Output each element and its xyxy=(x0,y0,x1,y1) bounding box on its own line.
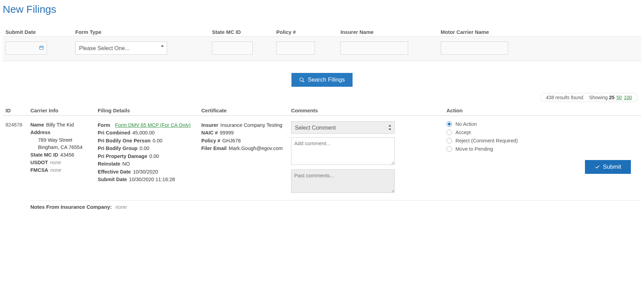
notes-label: Notes From Insurance Company: xyxy=(30,204,112,210)
eff-date-value: 10/30/2020 xyxy=(133,169,158,175)
row-id: 824678 xyxy=(3,121,30,194)
select-comment-dropdown[interactable]: Select Comment xyxy=(291,121,395,134)
form-type-select[interactable]: Please Select One... xyxy=(75,41,167,55)
filter-label-state-mc-id: State MC ID xyxy=(212,29,276,35)
policy-value: GHJ678 xyxy=(222,138,241,143)
radio-reject[interactable]: Reject (Comment Required) xyxy=(446,138,631,143)
policy-number-input[interactable] xyxy=(276,41,315,55)
pri-bodily-group-label: Pri Bodily Group xyxy=(98,146,137,151)
submit-date-label: Submit Date xyxy=(98,177,127,182)
submit-date-value: 10/30/2020 11:16:28 xyxy=(129,177,175,182)
page-size-100[interactable]: 100 xyxy=(624,95,632,100)
filter-label-carrier-name: Motor Carrier Name xyxy=(441,29,641,35)
svg-line-5 xyxy=(303,81,304,82)
eff-date-label: Effective Date xyxy=(98,169,131,175)
search-icon xyxy=(299,77,305,83)
col-cert: Certificate xyxy=(201,107,291,113)
result-row: 824678 NameBilly The Kid Address 789 Way… xyxy=(3,116,641,194)
radio-icon xyxy=(446,130,452,135)
past-comments-textarea[interactable] xyxy=(291,169,395,193)
submit-label: Submit xyxy=(603,163,621,170)
radio-no-action[interactable]: No Action xyxy=(446,121,631,127)
address-line-1: 789 Way Street xyxy=(30,137,98,144)
check-icon xyxy=(595,164,600,170)
svg-rect-0 xyxy=(40,46,44,49)
name-label: Name xyxy=(30,122,44,128)
fmcsa-label: FMCSA xyxy=(30,167,48,173)
filter-label-form-type: Form Type xyxy=(75,29,212,35)
naic-value: 99999 xyxy=(220,130,234,135)
reinstate-value: NO xyxy=(122,161,130,167)
certificate-cell: InsurerInsurance Company Testing NAIC #9… xyxy=(201,121,291,194)
result-header-row: ID Carrier Info Filing Details Certifica… xyxy=(3,105,641,116)
page-size-active: 25 xyxy=(609,95,615,100)
filter-header-row: Submit Date Form Type State MC ID Policy… xyxy=(3,29,641,37)
radio-pending-label: Move to Pending xyxy=(455,146,493,152)
filter-label-policy-no: Policy # xyxy=(276,29,340,35)
page-size-50[interactable]: 50 xyxy=(616,95,622,100)
filter-input-row: Please Select One... xyxy=(3,37,641,61)
reinstate-label: Reinstate xyxy=(98,161,120,167)
filing-details-cell: Form Form DMV 65 MCP (For CA Only) Pri C… xyxy=(98,121,201,194)
svg-point-4 xyxy=(300,78,303,81)
radio-no-action-label: No Action xyxy=(455,121,477,127)
col-carrier: Carrier Info xyxy=(30,107,98,113)
carrier-name: Billy The Kid xyxy=(46,122,74,128)
col-filing: Filing Details xyxy=(98,107,201,113)
state-mc-id-input[interactable] xyxy=(212,41,253,55)
address-line-2: Bingham, CA 76554 xyxy=(30,144,98,151)
pri-bodily-one-value: 0.00 xyxy=(153,138,162,143)
results-showing: Showing 25 50 100 xyxy=(589,95,632,100)
radio-icon xyxy=(446,138,452,143)
radio-pending[interactable]: Move to Pending xyxy=(446,146,631,152)
form-link[interactable]: Form DMV 65 MCP (For CA Only) xyxy=(115,122,191,128)
search-filings-button[interactable]: Search Filings xyxy=(291,73,353,87)
add-comment-textarea[interactable] xyxy=(291,137,395,165)
usdot-label: USDOT xyxy=(30,160,48,165)
filter-label-insurer-name: Insurer Name xyxy=(340,29,441,35)
pri-prop-damage-label: Pri Property Damage xyxy=(98,153,147,159)
form-label: Form xyxy=(98,122,110,128)
filer-value: Mark.Gough@egov.com xyxy=(229,146,282,151)
col-action: Action xyxy=(446,107,641,113)
results-summary: 438 results found. Showing 25 50 100 xyxy=(540,93,638,102)
fmcsa-value: none xyxy=(50,167,61,173)
col-id: ID xyxy=(3,107,30,113)
insurer-name-input[interactable] xyxy=(340,41,408,55)
search-filings-label: Search Filings xyxy=(308,76,345,83)
state-mc-id-label: State MC ID xyxy=(30,152,58,158)
submit-button[interactable]: Submit xyxy=(585,160,631,174)
filer-label: Filer Email xyxy=(201,146,227,151)
notes-row: Notes From Insurance Company: none xyxy=(30,200,641,210)
notes-value: none xyxy=(115,204,127,210)
pri-bodily-one-label: Pri Bodily One Person xyxy=(98,138,151,143)
page-title: New Filings xyxy=(3,3,641,15)
pri-bodily-group-value: 0.00 xyxy=(140,146,149,151)
pri-combined-label: Pri Combined xyxy=(98,130,130,135)
address-label: Address xyxy=(30,130,50,135)
comments-cell: Select Comment xyxy=(291,121,446,194)
radio-accept-label: Accept xyxy=(455,130,471,135)
radio-reject-label: Reject (Comment Required) xyxy=(455,138,518,143)
calendar-icon xyxy=(39,45,44,50)
state-mc-id-value: 43456 xyxy=(60,152,74,158)
col-comments: Comments xyxy=(291,107,446,113)
carrier-name-input[interactable] xyxy=(441,41,508,55)
radio-accept[interactable]: Accept xyxy=(446,130,631,135)
radio-icon xyxy=(446,121,452,127)
usdot-value: none xyxy=(50,160,61,165)
insurer-value: Insurance Company Testing xyxy=(220,122,282,128)
submit-date-input[interactable] xyxy=(6,41,47,55)
policy-label: Policy # xyxy=(201,138,220,143)
carrier-info-cell: NameBilly The Kid Address 789 Way Street… xyxy=(30,121,98,194)
pri-combined-value: 45,000.00 xyxy=(132,130,155,135)
pri-prop-damage-value: 0.00 xyxy=(149,153,159,159)
action-cell: No Action Accept Reject (Comment Require… xyxy=(446,121,641,194)
radio-icon xyxy=(446,146,452,152)
naic-label: NAIC # xyxy=(201,130,218,135)
insurer-label: Insurer xyxy=(201,122,218,128)
results-found-text: 438 results found. xyxy=(546,95,584,100)
filter-label-submit-date: Submit Date xyxy=(3,29,75,35)
